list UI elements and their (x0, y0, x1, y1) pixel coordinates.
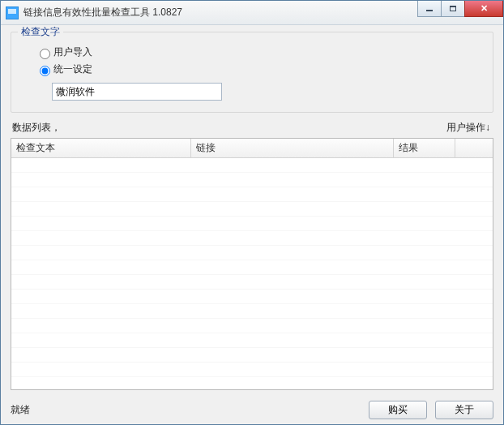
minimize-button[interactable] (417, 1, 442, 17)
check-text-group: 检查文字 用户导入 统一设定 (11, 32, 493, 113)
col-header-text[interactable]: 检查文本 (11, 139, 191, 157)
titlebar[interactable]: 链接信息有效性批量检查工具 1.0827 (1, 1, 503, 25)
unified-text-input[interactable] (52, 83, 222, 101)
list-labels: 数据列表， 用户操作↓ (11, 119, 493, 138)
statusbar: 就绪 购买 关于 (1, 398, 503, 424)
client-area: 检查文字 用户导入 统一设定 开始 停止 数据列表， 用户操作↓ 检查文本 链接 (1, 25, 503, 398)
close-button[interactable] (464, 1, 503, 17)
radio-user-import[interactable]: 用户导入 (36, 45, 483, 59)
group-legend: 检查文字 (18, 25, 63, 39)
app-icon (6, 6, 19, 19)
col-header-result[interactable]: 结果 (394, 139, 455, 157)
table-body[interactable] (11, 158, 493, 389)
data-table: 检查文本 链接 结果 (11, 138, 493, 390)
table-header: 检查文本 链接 结果 (11, 139, 493, 158)
user-ops-label: 用户操作↓ (446, 121, 490, 135)
col-header-tail (455, 139, 472, 157)
radio-user-import-label: 用户导入 (53, 45, 92, 59)
radio-unified[interactable]: 统一设定 (36, 62, 483, 76)
status-text: 就绪 (11, 403, 30, 417)
radio-unified-label: 统一设定 (53, 62, 92, 76)
maximize-button[interactable] (441, 1, 465, 17)
about-button[interactable]: 关于 (435, 401, 493, 419)
window-controls (418, 1, 503, 17)
window-title: 链接信息有效性批量检查工具 1.0827 (23, 6, 182, 19)
buy-button[interactable]: 购买 (369, 401, 427, 419)
data-list-label: 数据列表， (12, 121, 61, 135)
col-header-link[interactable]: 链接 (191, 139, 394, 157)
app-window: 链接信息有效性批量检查工具 1.0827 检查文字 用户导入 统一设定 开始 停… (0, 0, 504, 425)
radio-user-import-input[interactable] (40, 49, 50, 59)
radio-unified-input[interactable] (40, 66, 50, 76)
